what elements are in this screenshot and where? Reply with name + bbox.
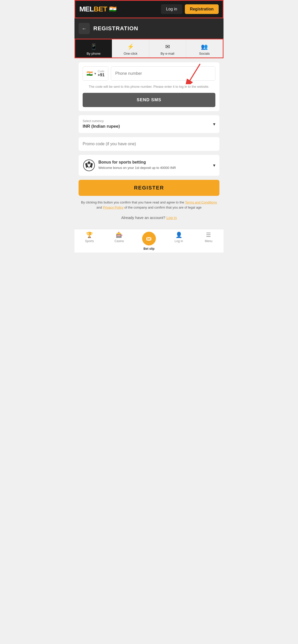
bet-slip-icon: 🎟 [142,232,156,245]
phone-section: 🇮🇳 ▾ Code +91 The co [79,62,219,111]
bonus-title: Bonus for sports betting [98,160,210,165]
casino-nav-icon: 🎰 [116,232,123,238]
nav-casino-label: Casino [114,239,124,243]
promo-section [79,137,219,151]
country-flag-icon: 🇮🇳 [86,70,93,77]
country-selector[interactable]: 🇮🇳 ▾ Code +91 [83,66,108,81]
phone-tab-icon: 📱 [90,43,97,50]
currency-chevron-icon: ▾ [213,121,215,127]
main-content: 🇮🇳 ▾ Code +91 The co [74,58,224,229]
nav-login-label: Log in [175,239,183,243]
logo: MELBET 🇮🇳 [79,5,117,13]
terms-text: By clicking this button you confirm that… [79,200,219,211]
bottom-navigation: 🏆 Sports 🎰 Casino 🎟 Bet slip 👤 Log in ☰ … [74,229,224,253]
nav-bet-slip-label: Bet slip [143,247,154,251]
socials-tab-icon: 👥 [201,43,208,50]
promo-code-input[interactable] [83,142,215,146]
tab-by-phone-label: By phone [87,52,101,55]
currency-section[interactable]: Select currency INR (Indian rupee) ▾ [79,115,219,133]
registration-title-bar: ← REGISTRATION [74,18,224,39]
terms-text-before: By clicking this button you confirm that… [81,200,185,204]
one-click-tab-icon: ⚡ [127,43,134,50]
currency-info: Select currency INR (Indian rupee) [83,119,120,129]
phone-input-wrapper [111,66,215,81]
menu-nav-icon: ☰ [206,232,211,238]
send-sms-button[interactable]: SEND SMS [83,93,215,107]
bonus-chevron-icon: ▾ [213,163,215,168]
header-buttons: Log in Registration [161,4,219,14]
registration-button[interactable]: Registration [185,4,219,14]
nav-item-menu[interactable]: ☰ Menu [194,229,224,253]
currency-value: INR (Indian rupee) [83,124,120,129]
currency-label: Select currency [83,119,120,123]
bonus-section[interactable]: Bonus for sports betting Welcome bonus o… [79,155,219,176]
login-nav-icon: 👤 [175,232,182,238]
chevron-down-icon: ▾ [94,71,96,76]
phone-input[interactable] [111,67,215,80]
bonus-description: Welcome bonus on your 1st deposit up to … [98,166,210,170]
already-account-text: Already have an account? Log in [79,215,219,220]
register-button[interactable]: REGISTER [79,180,219,196]
country-code-number: +91 [98,73,105,77]
tab-socials-label: Socials [199,52,210,55]
soccer-ball-icon [83,159,95,172]
sports-nav-icon: 🏆 [86,232,93,238]
logo-text: MELBET [79,5,107,13]
country-code-block: Code +91 [98,70,105,77]
phone-hint-text: The code will be sent to this phone numb… [83,84,215,89]
nav-item-bet-slip[interactable]: 🎟 Bet slip [134,229,164,253]
tab-one-click-label: One-click [124,52,137,55]
nav-item-casino[interactable]: 🎰 Casino [104,229,134,253]
tab-by-email[interactable]: ✉ By e-mail [149,39,186,57]
terms-conditions-link[interactable]: Terms and Conditions [185,200,217,204]
terms-text-after: of the company and confirm that you are … [124,206,202,209]
already-account-label: Already have an account? [121,215,167,220]
tab-by-phone[interactable]: 📱 By phone [75,39,112,57]
page-title: REGISTRATION [93,25,138,32]
nav-menu-label: Menu [205,239,212,243]
nav-item-sports[interactable]: 🏆 Sports [74,229,104,253]
tab-socials[interactable]: 👥 Socials [186,39,223,57]
country-code-label: Code [98,70,105,73]
email-tab-icon: ✉ [165,43,170,50]
back-button[interactable]: ← [79,23,90,34]
nav-sports-label: Sports [85,239,94,243]
tab-one-click[interactable]: ⚡ One-click [112,39,149,57]
login-button[interactable]: Log in [161,4,182,14]
nav-item-login[interactable]: 👤 Log in [164,229,194,253]
tab-bar: 📱 By phone ⚡ One-click ✉ By e-mail 👥 Soc… [74,39,224,58]
bonus-info: Bonus for sports betting Welcome bonus o… [98,160,210,170]
tab-by-email-label: By e-mail [161,52,174,55]
phone-row: 🇮🇳 ▾ Code +91 [83,66,215,81]
header: MELBET 🇮🇳 Log in Registration [74,0,224,18]
terms-text-mid: and [96,206,103,209]
privacy-policy-link[interactable]: Privacy Policy [103,206,124,209]
india-flag-icon: 🇮🇳 [109,6,117,13]
already-account-login-link[interactable]: Log in [166,215,177,220]
